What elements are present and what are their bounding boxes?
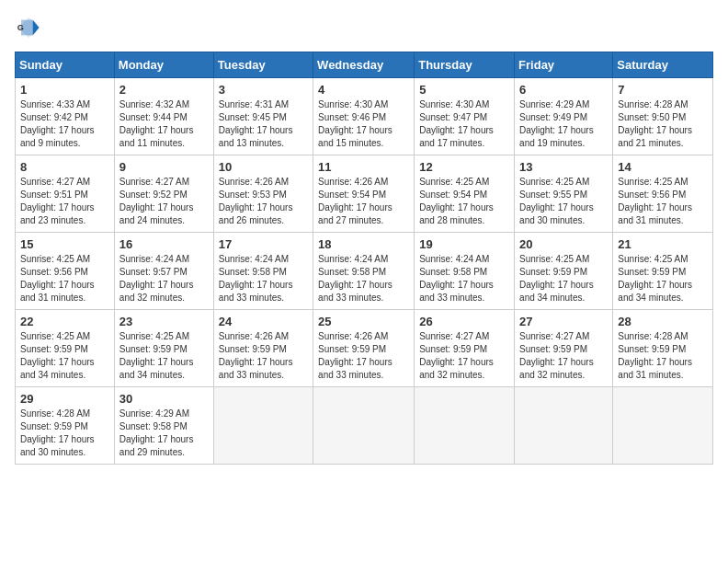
day-number: 12 (419, 160, 509, 174)
calendar-day-cell: 27 Sunrise: 4:27 AMSunset: 9:59 PMDaylig… (515, 310, 613, 387)
day-info: Sunrise: 4:26 AMSunset: 9:53 PMDaylight:… (219, 176, 308, 227)
calendar-day-cell: 15 Sunrise: 4:25 AMSunset: 9:56 PMDaylig… (16, 233, 115, 310)
calendar-day-cell (613, 387, 713, 465)
day-number: 1 (20, 83, 109, 97)
calendar-header-sunday: Sunday (16, 52, 115, 78)
calendar-day-cell: 5 Sunrise: 4:30 AMSunset: 9:47 PMDayligh… (415, 78, 515, 155)
calendar-day-cell: 22 Sunrise: 4:25 AMSunset: 9:59 PMDaylig… (16, 310, 115, 387)
calendar-day-cell: 24 Sunrise: 4:26 AMSunset: 9:59 PMDaylig… (213, 310, 313, 387)
day-number: 8 (20, 160, 109, 174)
svg-marker-2 (33, 20, 40, 36)
calendar-day-cell: 4 Sunrise: 4:30 AMSunset: 9:46 PMDayligh… (313, 78, 415, 155)
day-number: 2 (119, 83, 209, 97)
day-number: 21 (618, 237, 708, 251)
calendar-day-cell: 23 Sunrise: 4:25 AMSunset: 9:59 PMDaylig… (114, 310, 213, 387)
day-info: Sunrise: 4:25 AMSunset: 9:56 PMDaylight:… (20, 253, 109, 304)
day-info: Sunrise: 4:27 AMSunset: 9:51 PMDaylight:… (20, 176, 109, 227)
day-info: Sunrise: 4:30 AMSunset: 9:47 PMDaylight:… (419, 98, 509, 150)
day-info: Sunrise: 4:28 AMSunset: 9:50 PMDaylight:… (618, 98, 708, 150)
calendar-day-cell: 13 Sunrise: 4:25 AMSunset: 9:55 PMDaylig… (515, 155, 613, 233)
calendar-day-cell: 21 Sunrise: 4:25 AMSunset: 9:59 PMDaylig… (613, 233, 713, 310)
day-number: 25 (318, 315, 409, 328)
day-info: Sunrise: 4:30 AMSunset: 9:46 PMDaylight:… (318, 98, 409, 150)
calendar-day-cell: 20 Sunrise: 4:25 AMSunset: 9:59 PMDaylig… (515, 233, 613, 310)
calendar-header-thursday: Thursday (415, 52, 515, 78)
day-info: Sunrise: 4:31 AMSunset: 9:45 PMDaylight:… (219, 98, 308, 150)
calendar-day-cell: 30 Sunrise: 4:29 AMSunset: 9:58 PMDaylig… (114, 387, 213, 465)
day-info: Sunrise: 4:25 AMSunset: 9:59 PMDaylight:… (119, 330, 209, 382)
day-number: 22 (20, 315, 109, 328)
day-info: Sunrise: 4:27 AMSunset: 9:52 PMDaylight:… (119, 176, 209, 227)
day-info: Sunrise: 4:26 AMSunset: 9:59 PMDaylight:… (318, 330, 409, 382)
day-number: 6 (519, 83, 608, 97)
day-info: Sunrise: 4:33 AMSunset: 9:42 PMDaylight:… (20, 98, 109, 150)
calendar-week-row: 8 Sunrise: 4:27 AMSunset: 9:51 PMDayligh… (16, 155, 713, 233)
day-info: Sunrise: 4:28 AMSunset: 9:59 PMDaylight:… (20, 408, 109, 459)
calendar-header-wednesday: Wednesday (313, 52, 415, 78)
day-number: 20 (519, 237, 608, 251)
calendar-day-cell: 16 Sunrise: 4:24 AMSunset: 9:57 PMDaylig… (114, 233, 213, 310)
page-header: G (15, 15, 713, 40)
calendar-day-cell (213, 387, 313, 465)
calendar-day-cell: 10 Sunrise: 4:26 AMSunset: 9:53 PMDaylig… (213, 155, 313, 233)
calendar-day-cell: 8 Sunrise: 4:27 AMSunset: 9:51 PMDayligh… (16, 155, 115, 233)
day-number: 24 (219, 315, 308, 328)
day-number: 16 (119, 237, 209, 251)
day-info: Sunrise: 4:27 AMSunset: 9:59 PMDaylight:… (519, 330, 608, 382)
calendar-header-saturday: Saturday (613, 52, 713, 78)
calendar-header-tuesday: Tuesday (213, 52, 313, 78)
calendar-day-cell: 19 Sunrise: 4:24 AMSunset: 9:58 PMDaylig… (415, 233, 515, 310)
day-info: Sunrise: 4:27 AMSunset: 9:59 PMDaylight:… (419, 330, 509, 382)
day-info: Sunrise: 4:24 AMSunset: 9:58 PMDaylight:… (219, 253, 308, 304)
svg-text:G: G (17, 23, 24, 32)
calendar-day-cell: 12 Sunrise: 4:25 AMSunset: 9:54 PMDaylig… (415, 155, 515, 233)
calendar-week-row: 1 Sunrise: 4:33 AMSunset: 9:42 PMDayligh… (16, 78, 713, 155)
calendar-header-row: SundayMondayTuesdayWednesdayThursdayFrid… (16, 52, 713, 78)
day-number: 4 (318, 83, 409, 97)
day-number: 17 (219, 237, 308, 251)
calendar-header-friday: Friday (515, 52, 613, 78)
day-info: Sunrise: 4:24 AMSunset: 9:57 PMDaylight:… (119, 253, 209, 304)
calendar-day-cell: 6 Sunrise: 4:29 AMSunset: 9:49 PMDayligh… (515, 78, 613, 155)
calendar-day-cell: 2 Sunrise: 4:32 AMSunset: 9:44 PMDayligh… (114, 78, 213, 155)
day-number: 9 (119, 160, 209, 174)
calendar-day-cell: 25 Sunrise: 4:26 AMSunset: 9:59 PMDaylig… (313, 310, 415, 387)
day-number: 28 (618, 315, 708, 328)
calendar-day-cell: 1 Sunrise: 4:33 AMSunset: 9:42 PMDayligh… (16, 78, 115, 155)
day-number: 29 (20, 392, 109, 406)
calendar-day-cell: 7 Sunrise: 4:28 AMSunset: 9:50 PMDayligh… (613, 78, 713, 155)
logo: G (15, 15, 44, 40)
day-number: 5 (419, 83, 509, 97)
logo-icon: G (15, 15, 40, 40)
calendar-week-row: 15 Sunrise: 4:25 AMSunset: 9:56 PMDaylig… (16, 233, 713, 310)
day-info: Sunrise: 4:24 AMSunset: 9:58 PMDaylight:… (318, 253, 409, 304)
day-number: 15 (20, 237, 109, 251)
day-number: 14 (618, 160, 708, 174)
day-number: 3 (219, 83, 308, 97)
calendar-day-cell (415, 387, 515, 465)
day-info: Sunrise: 4:25 AMSunset: 9:59 PMDaylight:… (618, 253, 708, 304)
day-info: Sunrise: 4:25 AMSunset: 9:55 PMDaylight:… (519, 176, 608, 227)
calendar-day-cell (313, 387, 415, 465)
day-info: Sunrise: 4:24 AMSunset: 9:58 PMDaylight:… (419, 253, 509, 304)
calendar-week-row: 29 Sunrise: 4:28 AMSunset: 9:59 PMDaylig… (16, 387, 713, 465)
day-info: Sunrise: 4:25 AMSunset: 9:59 PMDaylight:… (20, 330, 109, 382)
calendar-day-cell: 11 Sunrise: 4:26 AMSunset: 9:54 PMDaylig… (313, 155, 415, 233)
day-info: Sunrise: 4:26 AMSunset: 9:59 PMDaylight:… (219, 330, 308, 382)
day-number: 19 (419, 237, 509, 251)
calendar-day-cell: 28 Sunrise: 4:28 AMSunset: 9:59 PMDaylig… (613, 310, 713, 387)
calendar-day-cell: 3 Sunrise: 4:31 AMSunset: 9:45 PMDayligh… (213, 78, 313, 155)
calendar-day-cell: 9 Sunrise: 4:27 AMSunset: 9:52 PMDayligh… (114, 155, 213, 233)
day-info: Sunrise: 4:28 AMSunset: 9:59 PMDaylight:… (618, 330, 708, 382)
day-number: 7 (618, 83, 708, 97)
day-info: Sunrise: 4:29 AMSunset: 9:49 PMDaylight:… (519, 98, 608, 150)
day-number: 30 (119, 392, 209, 406)
day-number: 11 (318, 160, 409, 174)
calendar-day-cell (515, 387, 613, 465)
day-info: Sunrise: 4:25 AMSunset: 9:59 PMDaylight:… (519, 253, 608, 304)
day-info: Sunrise: 4:26 AMSunset: 9:54 PMDaylight:… (318, 176, 409, 227)
calendar-day-cell: 14 Sunrise: 4:25 AMSunset: 9:56 PMDaylig… (613, 155, 713, 233)
calendar-header-monday: Monday (114, 52, 213, 78)
calendar-day-cell: 26 Sunrise: 4:27 AMSunset: 9:59 PMDaylig… (415, 310, 515, 387)
day-info: Sunrise: 4:25 AMSunset: 9:56 PMDaylight:… (618, 176, 708, 227)
